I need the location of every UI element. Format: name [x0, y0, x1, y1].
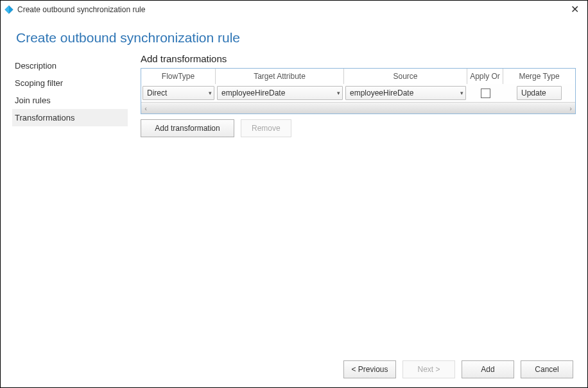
header-merge-type[interactable]: Merge Type [503, 69, 575, 84]
scroll-right-icon[interactable]: › [566, 105, 575, 112]
grid-action-row: Add transformation Remove [141, 119, 576, 137]
target-attribute-value: employeeHireDate [221, 89, 336, 97]
header-target-attribute[interactable]: Target Attribute [216, 69, 344, 84]
scroll-left-icon[interactable]: ‹ [141, 105, 150, 112]
remove-button: Remove [241, 119, 291, 137]
apply-once-checkbox[interactable] [481, 89, 490, 98]
add-transformation-button[interactable]: Add transformation [141, 119, 234, 137]
source-value: employeeHireDate [350, 89, 459, 97]
window-title: Create outbound synchronization rule [17, 5, 566, 14]
wizard-sidebar: Description Scoping filter Join rules Tr… [12, 53, 128, 137]
section-title: Add transformations [141, 53, 576, 64]
sidebar-item-transformations[interactable]: Transformations [12, 109, 128, 126]
horizontal-scrollbar[interactable]: ‹ › [141, 102, 575, 114]
sidebar-item-description[interactable]: Description [12, 57, 128, 74]
sidebar-item-scoping-filter[interactable]: Scoping filter [12, 74, 128, 92]
close-icon[interactable]: ✕ [566, 3, 584, 15]
source-select[interactable]: employeeHireDate ▾ [345, 86, 466, 100]
main-panel: Add transformations FlowType Target Attr… [128, 53, 576, 137]
sidebar-item-join-rules[interactable]: Join rules [12, 92, 128, 109]
transformations-grid: FlowType Target Attribute Source Apply O… [141, 68, 576, 114]
header-flowtype[interactable]: FlowType [141, 69, 216, 84]
wizard-footer: < Previous Next > Add Cancel [343, 360, 573, 378]
page-title: Create outbound synchronization rule [1, 19, 587, 53]
content-area: Description Scoping filter Join rules Tr… [1, 53, 587, 137]
app-icon [4, 5, 13, 14]
cancel-button[interactable]: Cancel [521, 360, 573, 378]
previous-button[interactable]: < Previous [343, 360, 396, 378]
header-source[interactable]: Source [344, 69, 467, 84]
chevron-down-icon: ▾ [460, 90, 463, 96]
table-row: Direct ▾ employeeHireDate ▾ employeeHire… [141, 84, 575, 102]
chevron-down-icon: ▾ [209, 90, 212, 96]
target-attribute-select[interactable]: employeeHireDate ▾ [217, 86, 343, 100]
apply-once-cell [467, 84, 503, 102]
flowtype-select[interactable]: Direct ▾ [143, 86, 214, 100]
flowtype-value: Direct [147, 89, 207, 97]
next-button: Next > [402, 360, 455, 378]
svg-marker-1 [5, 5, 9, 13]
merge-type-select[interactable]: Update [517, 86, 562, 100]
add-button[interactable]: Add [462, 360, 514, 378]
merge-type-value: Update [521, 89, 559, 97]
titlebar: Create outbound synchronization rule ✕ [1, 1, 587, 19]
header-apply-once[interactable]: Apply Or [467, 69, 503, 84]
grid-header: FlowType Target Attribute Source Apply O… [141, 69, 575, 84]
chevron-down-icon: ▾ [337, 90, 340, 96]
